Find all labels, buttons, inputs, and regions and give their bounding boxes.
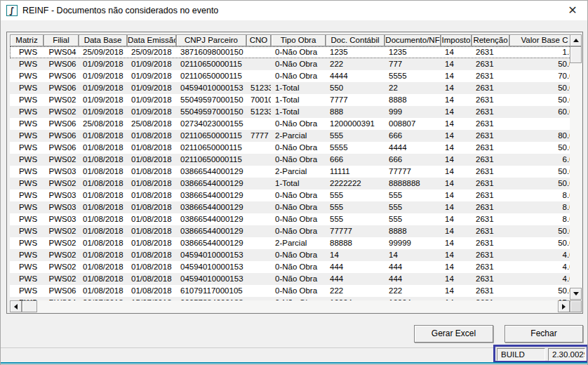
table-row[interactable]: PWSPWS0625/08/201825/08/2018027340230001… xyxy=(10,118,570,130)
column-header-10[interactable]: Retenção xyxy=(472,34,509,46)
table-cell: 0-Não Obra xyxy=(271,285,326,297)
table-cell: 14 xyxy=(441,225,472,237)
table-cell: 555 xyxy=(326,130,385,142)
table-row[interactable]: PWSPWS0425/09/201825/09/2018387160980001… xyxy=(10,46,570,58)
column-header-2[interactable]: Data Base xyxy=(79,34,127,46)
column-header-11[interactable]: Valor Base C xyxy=(509,34,570,46)
table-row[interactable]: PWSPWS0201/09/201801/09/2018550495970001… xyxy=(10,106,570,118)
table-cell: PWS03 xyxy=(44,166,79,178)
table-cell: 11111 xyxy=(326,166,385,178)
table-row[interactable]: PWSPWS0201/08/201801/08/2018021106500001… xyxy=(10,154,570,166)
table-cell: 5555 xyxy=(326,142,385,154)
table-cell: 14 xyxy=(385,249,441,261)
table-row[interactable]: PWSPWS0601/09/201801/09/2018021106500001… xyxy=(10,70,570,82)
table-row[interactable]: PWSPWS0201/08/201801/08/2018038665440001… xyxy=(10,178,570,190)
horizontal-scroll-track[interactable] xyxy=(37,300,558,312)
scroll-left-button[interactable] xyxy=(10,300,22,312)
column-header-8[interactable]: Documento/NF xyxy=(385,34,441,46)
fechar-button[interactable]: Fechar xyxy=(505,325,583,343)
table-cell xyxy=(509,118,570,130)
column-header-5[interactable]: CNO xyxy=(246,34,271,46)
table-cell: 555 xyxy=(385,201,441,213)
table-cell: 04594010000153 xyxy=(176,261,246,273)
table-row[interactable]: PWSPWS0601/09/201801/09/2018045940100001… xyxy=(10,82,570,94)
table-row[interactable]: PWSPWS0201/08/201801/08/2018045940100001… xyxy=(10,249,570,261)
table-cell: 2631 xyxy=(472,178,509,190)
table-cell: 01/08/2018 xyxy=(127,166,176,178)
column-header-3[interactable]: Data Emissão xyxy=(127,34,176,46)
table-cell: 0-Não Obra xyxy=(271,213,326,225)
table-cell: PWS xyxy=(10,285,44,297)
table-cell: 50.00 xyxy=(509,285,570,297)
horizontal-scrollbar[interactable] xyxy=(10,300,582,312)
table-cell: PWS06 xyxy=(44,58,79,70)
table-cell: 38716098000150 xyxy=(176,46,246,58)
documents-grid-panel: MatrizFilialData BaseData EmissãoCNPJ Pa… xyxy=(6,32,583,314)
table-cell: PWS02 xyxy=(44,106,79,118)
table-row[interactable]: PWSPWS0301/08/201801/08/2018038665440001… xyxy=(10,213,570,225)
column-header-4[interactable]: CNPJ Parceiro xyxy=(176,34,246,46)
table-cell: 550 xyxy=(326,82,385,94)
table-cell xyxy=(246,249,271,261)
table-cell: 999 xyxy=(385,106,441,118)
table-row[interactable]: PWSPWS0601/08/201801/08/2018610791170001… xyxy=(10,285,570,297)
table-row[interactable]: PWSPWS0601/08/201801/08/2018021106500001… xyxy=(10,130,570,142)
column-header-6[interactable]: Tipo Obra xyxy=(271,34,326,46)
table-row[interactable]: PWSPWS0601/09/201801/09/2018021106500001… xyxy=(10,58,570,70)
table-row[interactable]: PWSPWS0201/09/201801/09/2018550495970001… xyxy=(10,94,570,106)
table-row[interactable]: PWSPWS0201/08/201801/08/2018038665440001… xyxy=(10,225,570,237)
table-row[interactable]: PWSPWS0301/08/201801/08/2018038665440001… xyxy=(10,166,570,178)
table-cell: 2-Parcial xyxy=(271,166,326,178)
table-cell: 01/09/2018 xyxy=(79,82,127,94)
table-row[interactable]: PWSPWS0301/08/201801/08/2018038665440001… xyxy=(10,201,570,213)
table-cell: PWS04 xyxy=(44,46,79,58)
table-row[interactable]: PWSPWS0201/08/201801/08/2018045940100001… xyxy=(10,261,570,273)
scroll-right-button[interactable] xyxy=(558,300,570,312)
table-cell: 2631 xyxy=(472,249,509,261)
window-bottom-edge xyxy=(1,362,587,364)
horizontal-scroll-thumb[interactable] xyxy=(22,300,37,312)
table-cell: 14 xyxy=(441,273,472,285)
column-header-7[interactable]: Doc. Contábil xyxy=(326,34,385,46)
table-cell: 01/08/2018 xyxy=(127,261,176,273)
table-row[interactable]: PWSPWS0201/08/201801/08/2018045940100001… xyxy=(10,273,570,285)
table-cell: 01/08/2018 xyxy=(127,249,176,261)
table-cell: 01/09/2018 xyxy=(127,82,176,94)
column-header-1[interactable]: Filial xyxy=(44,34,79,46)
grid-viewport: MatrizFilialData BaseData EmissãoCNPJ Pa… xyxy=(10,34,570,300)
table-cell: PWS xyxy=(10,273,44,285)
scroll-down-button[interactable] xyxy=(570,288,582,300)
table-cell: 04594010000153 xyxy=(176,273,246,285)
table-cell: 1235 xyxy=(326,46,385,58)
table-cell: 2631 xyxy=(472,82,509,94)
table-cell: 03866544000129 xyxy=(176,237,246,249)
table-row[interactable]: PWSPWS0201/08/201801/08/2018038665440001… xyxy=(10,237,570,249)
table-cell: 14 xyxy=(326,249,385,261)
vertical-scroll-thumb[interactable] xyxy=(570,46,582,63)
column-header-0[interactable]: Matriz xyxy=(10,34,44,46)
table-cell: PWS02 xyxy=(44,249,79,261)
title-bar[interactable]: ∫ REINF - Documentos não considerados no… xyxy=(1,1,587,20)
table-cell: 01/08/2018 xyxy=(127,142,176,154)
build-highlight-box xyxy=(493,345,588,363)
table-cell: 01/09/2018 xyxy=(79,70,127,82)
table-cell xyxy=(246,154,271,166)
table-cell: PWS02 xyxy=(44,225,79,237)
table-cell: 03866544000129 xyxy=(176,178,246,190)
table-cell: 01/08/2018 xyxy=(127,154,176,166)
scroll-up-button[interactable] xyxy=(570,34,582,46)
table-cell xyxy=(246,225,271,237)
table-cell: 01/09/2018 xyxy=(79,58,127,70)
vertical-scroll-track[interactable] xyxy=(570,63,582,288)
table-row[interactable]: PWSPWS0301/08/201801/08/2018038665440001… xyxy=(10,190,570,201)
table-cell: 2631 xyxy=(472,261,509,273)
table-row[interactable]: PWSPWS0601/08/201801/08/2018021106500001… xyxy=(10,142,570,154)
table-cell: 0-Não Obra xyxy=(271,261,326,273)
table-cell: 55049597000150 xyxy=(176,94,246,106)
gerar-excel-button[interactable]: Gerar Excel xyxy=(414,325,493,343)
table-cell: 77777 xyxy=(326,225,385,237)
column-header-9[interactable]: Imposto xyxy=(441,34,472,46)
table-cell: 14 xyxy=(441,249,472,261)
close-icon[interactable]: ✕ xyxy=(566,4,580,18)
vertical-scrollbar[interactable] xyxy=(570,34,582,300)
